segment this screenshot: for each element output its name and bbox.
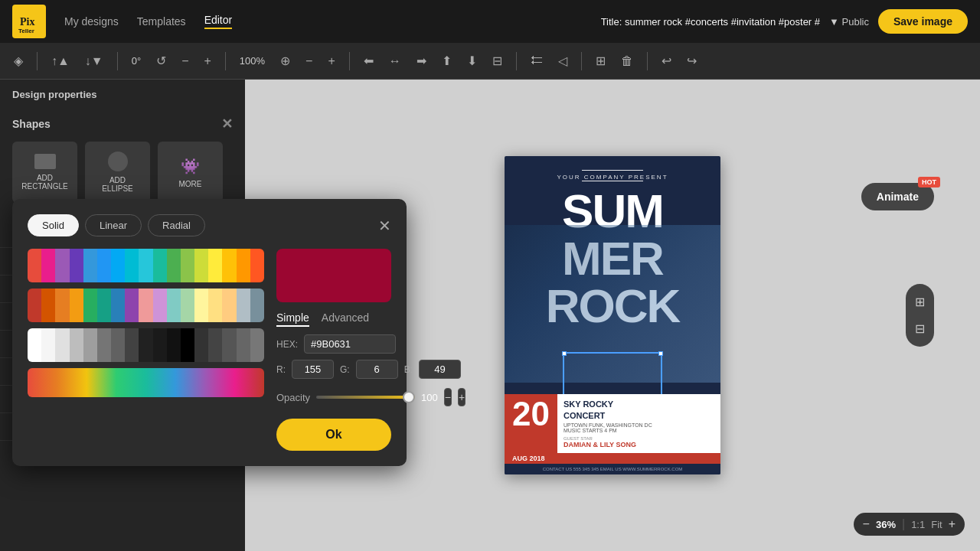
color-inputs: HEX: R: G: B: <box>276 334 391 379</box>
palette-cell <box>208 289 222 322</box>
palette-cell <box>167 289 181 322</box>
close-shapes-button[interactable]: ✕ <box>221 116 233 132</box>
top-nav: Pix Teller My designs Templates Editor T… <box>0 0 980 43</box>
plus-icon[interactable]: + <box>199 51 215 71</box>
nav-editor[interactable]: Editor <box>204 14 233 29</box>
flip-v-icon[interactable]: ◁ <box>554 51 572 71</box>
zoom-icon[interactable]: ⊕ <box>276 51 295 71</box>
rotation-value: 0° <box>127 54 145 68</box>
g-input[interactable] <box>356 360 398 379</box>
zoom-minus[interactable]: − <box>301 51 317 71</box>
add-page-icon[interactable]: ⊞ <box>591 51 610 71</box>
simple-advanced-tabs: Simple Advanced <box>276 311 391 327</box>
animate-button-wrapper: HOT Animate <box>861 183 934 210</box>
svg-text:Pix: Pix <box>20 16 34 28</box>
zoom-bar: − 36% | 1:1 Fit + <box>854 513 965 536</box>
zoom-level: 36% <box>876 519 896 530</box>
toolbar-sep-6 <box>581 52 582 70</box>
palette-row-1[interactable] <box>28 249 264 282</box>
poster-date-row: 20 SKY ROCKYCONCERT UPTOWN FUNK, WASHING… <box>505 394 720 453</box>
opacity-plus-button[interactable]: + <box>458 388 466 406</box>
main-layout: Design properties Shapes ✕ ADDRECTANGLE … <box>0 80 980 551</box>
layers-icon[interactable]: ◈ <box>9 51 28 71</box>
palette-cell <box>55 249 69 282</box>
solid-mode-button[interactable]: Solid <box>28 214 79 236</box>
zoom-fit-button[interactable]: Fit <box>931 519 942 530</box>
align-top-icon[interactable]: ⬆ <box>437 51 456 71</box>
shapes-section: Shapes ✕ ADDRECTANGLE ADDELLIPSE 👾 MORE <box>0 109 245 209</box>
toolbar: ◈ ↑▲ ↓▼ 0° ↺ − + 100% ⊕ − + ⬅ ↔ ➡ ⬆ ⬇ ⊟ … <box>0 43 980 80</box>
palette-cell <box>41 289 55 322</box>
palette-cell <box>111 328 125 362</box>
align-right-icon[interactable]: ➡ <box>412 51 431 71</box>
delete-icon[interactable]: 🗑 <box>616 51 638 71</box>
undo-icon[interactable]: ↩ <box>657 51 676 71</box>
palette-cell <box>70 289 83 322</box>
align-bottom-icon[interactable]: ⬇ <box>462 51 482 71</box>
palette-cell <box>153 328 167 362</box>
ok-button[interactable]: Ok <box>276 419 391 451</box>
zoom-plus[interactable]: + <box>323 51 339 71</box>
palette-cell <box>41 249 55 282</box>
ellipse-preview <box>108 152 128 171</box>
poster-details: UPTOWN FUNK, WASHINGTON DCMUSIC STARTS 4… <box>564 422 714 433</box>
nav-templates[interactable]: Templates <box>137 15 186 28</box>
flip-h-icon[interactable]: ⮄ <box>526 51 547 71</box>
rotate-icon[interactable]: ↺ <box>152 51 171 71</box>
minus-icon[interactable]: − <box>177 51 193 71</box>
toolbar-sep-7 <box>647 52 648 70</box>
palette-cell <box>70 328 83 362</box>
palette-cell <box>139 328 152 362</box>
radial-mode-button[interactable]: Radial <box>148 214 205 236</box>
zoom-out-button[interactable]: − <box>863 517 870 531</box>
b-input[interactable] <box>419 360 461 379</box>
palette-cell <box>28 249 41 282</box>
r-input[interactable] <box>292 360 334 379</box>
add-ellipse-button[interactable]: ADDELLIPSE <box>85 142 150 203</box>
nav-my-designs[interactable]: My designs <box>64 15 119 28</box>
hex-input[interactable] <box>304 334 396 354</box>
zoom-in-button[interactable]: + <box>949 517 956 531</box>
linear-mode-button[interactable]: Linear <box>85 214 142 236</box>
color-preview-swatch[interactable] <box>276 249 391 302</box>
g-label: G: <box>340 364 350 375</box>
palette-cell <box>222 249 236 282</box>
advanced-tab[interactable]: Advanced <box>322 311 369 327</box>
public-button[interactable]: ▼ Public <box>829 16 869 28</box>
palette-cell <box>83 328 97 362</box>
poster-bottom: 20 SKY ROCKYCONCERT UPTOWN FUNK, WASHING… <box>505 394 720 474</box>
save-button[interactable]: Save image <box>878 9 968 34</box>
move-down-icon[interactable]: ↓▼ <box>80 51 108 71</box>
palette-cell <box>250 328 264 362</box>
move-up-icon[interactable]: ↑▲ <box>47 51 74 71</box>
align-center-icon[interactable]: ↔ <box>384 51 406 71</box>
palette-cell <box>125 289 139 322</box>
b-label: B: <box>404 364 413 375</box>
poster-line-bottom <box>582 181 643 181</box>
side-actions: ⊞ ⊟ <box>906 284 934 347</box>
palette-cell <box>250 249 264 282</box>
poster-guest-name: DAMIAN & LILY SONG <box>564 441 714 448</box>
duplicate-button[interactable]: ⊞ <box>906 290 934 314</box>
redo-icon[interactable]: ↪ <box>682 51 701 71</box>
align-left-icon[interactable]: ⬅ <box>359 51 378 71</box>
palette-row-2[interactable] <box>28 289 264 322</box>
palette-area <box>28 249 264 451</box>
palette-cell <box>167 249 181 282</box>
add-rectangle-button[interactable]: ADDRECTANGLE <box>12 142 77 203</box>
hex-label: HEX: <box>276 339 298 350</box>
opacity-slider[interactable] <box>316 396 415 399</box>
poster-aug: AUG 2018 <box>512 455 545 462</box>
more-shapes-button[interactable]: 👾 MORE <box>158 142 223 203</box>
palette-row-grays[interactable] <box>28 328 264 362</box>
simple-tab[interactable]: Simple <box>276 311 309 327</box>
palette-cell <box>55 328 69 362</box>
opacity-minus-button[interactable]: − <box>444 388 452 406</box>
copy-button[interactable]: ⊟ <box>906 317 934 341</box>
palette-row-gradient[interactable] <box>28 368 264 397</box>
opacity-value: 100 <box>421 392 438 403</box>
distribute-icon[interactable]: ⊟ <box>488 51 507 71</box>
zoom-value: 100% <box>235 54 270 68</box>
color-picker-close-button[interactable]: ✕ <box>378 217 391 235</box>
palette-cell <box>41 328 55 362</box>
